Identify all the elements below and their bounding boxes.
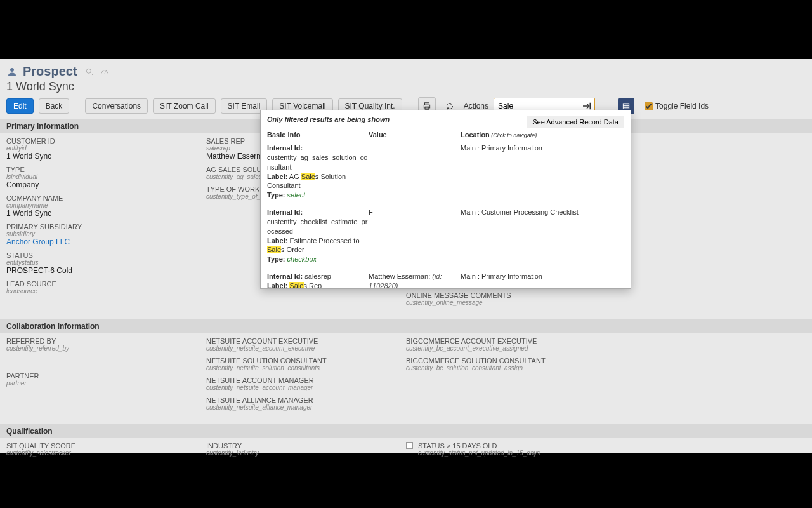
field-id: custentity_salestracker <box>6 450 196 457</box>
see-advanced-button[interactable]: See Advanced Record Data <box>527 116 624 128</box>
field-value: Company <box>6 180 196 189</box>
field: PARTNERpartner <box>6 372 196 387</box>
field: TYPEisindividualCompany <box>6 166 196 189</box>
svg-rect-10 <box>623 105 629 107</box>
field: INDUSTRYcustentity_industry <box>206 442 396 457</box>
field-label: NETSUITE ACCOUNT MANAGER <box>206 377 396 384</box>
field-label: PRIMARY SUBSIDIARY <box>6 223 196 231</box>
field: STATUS > 15 DAYS OLDcustentity_status_no… <box>406 442 596 457</box>
field: REFERRED BYcustentity_referred_by <box>6 337 196 352</box>
page-header: Prospect 1 World Sync <box>0 59 812 93</box>
section-collab-body: REFERRED BYcustentity_referred_byPARTNER… <box>0 333 812 424</box>
field-id: subsidiary <box>6 231 196 237</box>
field: LEAD SOURCEleadsource <box>6 280 196 295</box>
field: BIGCOMMERCE ACCOUNT EXECUTIVEcustentity_… <box>406 337 596 352</box>
field-search-popup: Only filtered results are being shown Se… <box>260 110 631 289</box>
field-id: custentity_netsuite_alliance_manager <box>206 404 396 411</box>
popup-row[interactable]: Internal Id: custentity_ag_sales_solutio… <box>261 141 631 205</box>
field-id: leadsource <box>6 288 196 295</box>
svg-line-2 <box>90 72 93 75</box>
svg-rect-4 <box>424 103 429 105</box>
popup-row[interactable]: Internal Id: salesrepLabel: Sales RepTyp… <box>261 269 631 288</box>
field-label: STATUS > 15 DAYS OLD <box>418 442 540 450</box>
field-label: BIGCOMMERCE SOLUTION CONSULTANT <box>406 357 596 364</box>
field-label: TYPE <box>6 166 196 173</box>
back-button[interactable]: Back <box>39 98 70 114</box>
field: ONLINE MESSAGE COMMENTScustentity_online… <box>406 291 596 306</box>
filtered-notice: Only filtered results are being shown <box>267 116 390 123</box>
field: COMPANY NAMEcompanyname1 World Sync <box>6 194 196 218</box>
popup-column-headers: Basic Info Value Location (Click to navi… <box>261 128 631 141</box>
field-id: custentity_netsuite_solution_consultants <box>206 364 396 371</box>
field-id: custentity_online_message <box>406 299 596 306</box>
section-collab-header: Collaboration Information <box>0 319 812 333</box>
checkbox-icon[interactable] <box>406 442 413 449</box>
actions-label: Actions <box>464 102 488 110</box>
field-label: ONLINE MESSAGE COMMENTS <box>406 291 596 299</box>
gauge-icon[interactable] <box>100 67 109 76</box>
page-title: Prospect <box>23 64 77 79</box>
field-label: REFERRED BY <box>6 337 196 345</box>
svg-rect-9 <box>623 104 629 105</box>
field-id: custentity_netsuite_account_manager <box>206 384 396 391</box>
field: NETSUITE ACCOUNT MANAGERcustentity_netsu… <box>206 377 396 391</box>
record-name: 1 World Sync <box>6 80 806 93</box>
field-value: 1 World Sync <box>6 209 196 218</box>
field-label: NETSUITE SOLUTION CONSULTANT <box>206 357 396 364</box>
field-label: BIGCOMMERCE ACCOUNT EXECUTIVE <box>406 337 596 345</box>
field-value: PROSPECT-6 Cold <box>6 266 196 275</box>
field-id: custentity_referred_by <box>6 345 196 352</box>
field-label: COMPANY NAME <box>6 194 196 202</box>
field: CUSTOMER IDentityid1 World Sync <box>6 137 196 161</box>
field-id: custentity_status_not_updated_in_15_days <box>418 450 540 457</box>
field-label: SIT QUALITY SCORE <box>6 442 196 450</box>
field-id: entityid <box>6 145 196 152</box>
separator <box>77 98 77 114</box>
person-icon <box>6 66 18 77</box>
field-value[interactable]: Anchor Group LLC <box>6 237 196 246</box>
conversations-button[interactable]: Conversations <box>85 98 148 114</box>
field: PRIMARY SUBSIDIARYsubsidiaryAnchor Group… <box>6 223 196 246</box>
section-qual-header: Qualification <box>0 424 812 438</box>
field-id: entitystatus <box>6 259 196 266</box>
popup-row[interactable]: Internal Id: custentity_checklist_estima… <box>261 205 631 269</box>
svg-point-1 <box>86 69 91 73</box>
field: BIGCOMMERCE SOLUTION CONSULTANTcustentit… <box>406 357 596 371</box>
svg-point-0 <box>10 68 14 72</box>
field-label: INDUSTRY <box>206 442 396 450</box>
field-label: PARTNER <box>6 372 196 380</box>
edit-button[interactable]: Edit <box>6 98 34 114</box>
field-id: custentity_industry <box>206 450 396 457</box>
toggle-field-ids[interactable]: Toggle Field Ids <box>645 102 709 110</box>
field-id: partner <box>6 380 196 387</box>
field-label: STATUS <box>6 251 196 259</box>
search-icon[interactable] <box>85 67 94 76</box>
sit-zoom-button[interactable]: SIT Zoom Call <box>153 98 215 114</box>
field-label: CUSTOMER ID <box>6 137 196 145</box>
field-id: isindividual <box>6 173 196 180</box>
field: NETSUITE ACCOUNT EXECUTIVEcustentity_net… <box>206 337 396 352</box>
field-label: NETSUITE ALLIANCE MANAGER <box>206 396 396 404</box>
field-label: NETSUITE ACCOUNT EXECUTIVE <box>206 337 396 345</box>
field-id: custentity_netsuite_account_executive <box>206 345 396 352</box>
svg-line-3 <box>105 70 106 73</box>
section-qual-body: SIT QUALITY SCOREcustentity_salestracker… <box>0 438 812 469</box>
field-id: custentity_bc_solution_consultant_assign <box>406 364 596 371</box>
field-label: LEAD SOURCE <box>6 280 196 288</box>
field-value: 1 World Sync <box>6 152 196 161</box>
field: SIT QUALITY SCOREcustentity_salestracker <box>6 442 196 457</box>
field-id: custentity_bc_account_executive_assigned <box>406 345 596 352</box>
field-id: companyname <box>6 202 196 209</box>
field: NETSUITE ALLIANCE MANAGERcustentity_nets… <box>206 396 396 411</box>
svg-rect-11 <box>623 107 629 109</box>
field: STATUSentitystatusPROSPECT-6 Cold <box>6 251 196 275</box>
field: NETSUITE SOLUTION CONSULTANTcustentity_n… <box>206 357 396 371</box>
toggle-field-ids-checkbox[interactable] <box>645 102 653 110</box>
